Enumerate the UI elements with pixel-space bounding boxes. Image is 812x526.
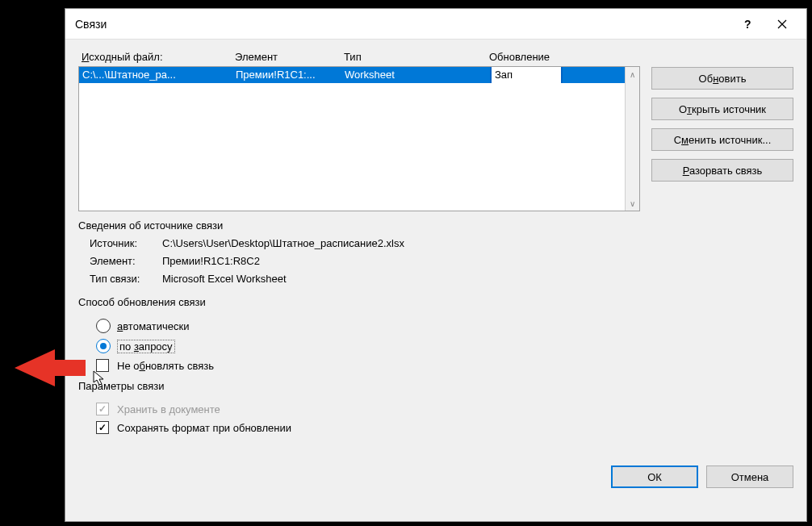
- scroll-up-icon[interactable]: ∧: [626, 67, 639, 81]
- type-value: Microsoft Excel Worksheet: [162, 270, 287, 288]
- radio-on-request[interactable]: по запросу: [96, 339, 793, 353]
- source-label: Источник:: [90, 235, 162, 253]
- cursor-icon: [92, 369, 108, 387]
- update-now-button[interactable]: Обновить: [651, 67, 793, 90]
- link-params-heading: Параметры связи: [78, 380, 793, 392]
- open-source-button[interactable]: Открыть источник: [651, 98, 793, 120]
- scrollbar[interactable]: ∧ ∨: [625, 67, 639, 211]
- list-item[interactable]: C:\...\Штатное_ра... Премии!R1C1:... Wor…: [79, 67, 625, 83]
- update-method-heading: Способ обновления связи: [78, 296, 793, 308]
- help-button[interactable]: ?: [729, 12, 764, 36]
- checkbox-icon: [96, 403, 109, 415]
- svg-text:?: ?: [744, 19, 751, 29]
- links-listbox[interactable]: C:\...\Штатное_ра... Премии!R1C1:... Wor…: [78, 66, 640, 211]
- svg-marker-3: [15, 349, 86, 386]
- cancel-button[interactable]: Отмена: [706, 465, 793, 488]
- change-source-button[interactable]: Сменить источник...: [651, 128, 793, 151]
- source-info-heading: Сведения об источнике связи: [78, 219, 793, 232]
- annotation-arrow-icon: [15, 345, 89, 390]
- break-link-button[interactable]: Разорвать связь: [651, 159, 793, 182]
- radio-automatic[interactable]: автоматически: [96, 319, 793, 333]
- radio-icon: [96, 319, 111, 333]
- radio-icon: [96, 339, 111, 353]
- links-dialog: Связи ? Исходный файл: Элемент Тип Обнов…: [65, 8, 807, 522]
- titlebar: Связи ?: [65, 9, 806, 40]
- ok-button[interactable]: ОК: [611, 465, 698, 488]
- source-value: C:\Users\User\Desktop\Штатное_расписание…: [162, 235, 404, 253]
- element-value: Премии!R1C1:R8C2: [162, 253, 260, 270]
- checkbox-store-in-doc: Хранить в документе: [96, 403, 793, 415]
- list-header: Исходный файл: Элемент Тип Обновление: [78, 51, 640, 66]
- checkbox-dont-update[interactable]: Не обновлять связь: [96, 359, 793, 372]
- type-label: Тип связи:: [90, 270, 162, 288]
- scroll-down-icon[interactable]: ∨: [626, 196, 639, 211]
- checkbox-icon: [96, 421, 109, 434]
- checkbox-preserve-format[interactable]: Сохранять формат при обновлении: [96, 421, 793, 434]
- dialog-title: Связи: [75, 18, 729, 31]
- element-label: Элемент:: [90, 253, 162, 270]
- close-button[interactable]: [764, 12, 800, 36]
